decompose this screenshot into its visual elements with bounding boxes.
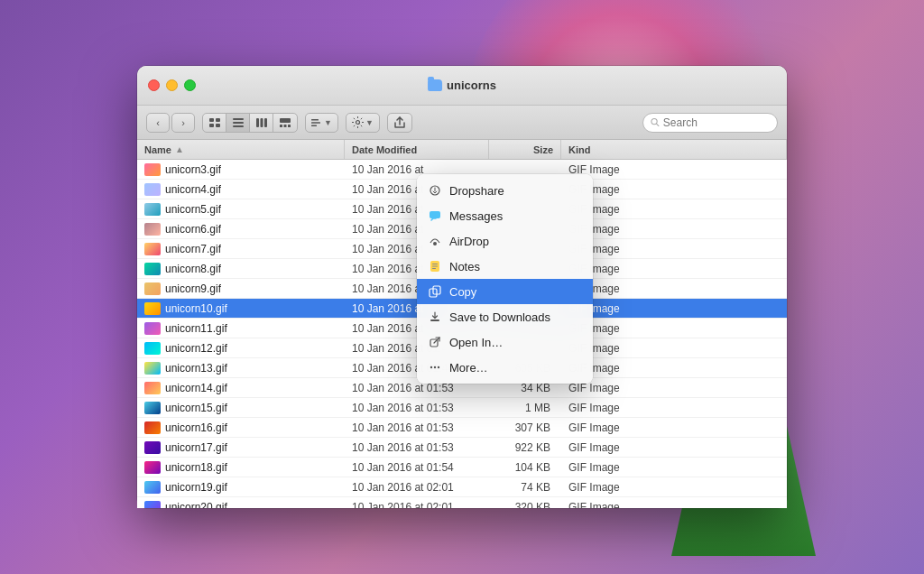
file-name: unicorn3.gif xyxy=(165,163,221,176)
table-row[interactable]: unicorn18.gif 10 Jan 2016 at 01:54 104 K… xyxy=(137,458,787,477)
window-title-text: unicorns xyxy=(447,79,496,92)
close-button[interactable] xyxy=(148,79,160,91)
file-name: unicorn6.gif xyxy=(165,223,221,236)
svg-rect-7 xyxy=(256,118,259,127)
size-column-header[interactable]: Size xyxy=(489,140,561,159)
file-thumbnail xyxy=(144,263,161,275)
copy-icon xyxy=(428,284,442,299)
file-kind: GIF Image xyxy=(561,362,787,375)
menu-item-label: AirDrop xyxy=(449,235,489,248)
messages-icon xyxy=(428,208,442,223)
file-size: 104 KB xyxy=(489,461,561,474)
menu-item-label: Notes xyxy=(449,260,480,273)
menu-item-label: Open In… xyxy=(449,336,503,349)
file-date: 10 Jan 2016 at 01:53 xyxy=(345,421,489,434)
menu-item-copy[interactable]: Copy xyxy=(417,279,593,304)
table-row[interactable]: unicorn19.gif 10 Jan 2016 at 02:01 74 KB… xyxy=(137,477,787,497)
file-name-cell: unicorn7.gif xyxy=(137,243,345,255)
file-thumbnail xyxy=(144,282,161,295)
svg-rect-4 xyxy=(233,118,244,120)
svg-rect-10 xyxy=(280,118,291,123)
file-thumbnail xyxy=(144,163,161,176)
column-view-button[interactable] xyxy=(250,113,273,133)
file-name-cell: unicorn9.gif xyxy=(137,282,345,295)
date-column-header[interactable]: Date Modified xyxy=(345,140,489,159)
openin-icon xyxy=(428,335,442,349)
file-kind: GIF Image xyxy=(561,183,787,196)
file-date: 10 Jan 2016 at 01:54 xyxy=(345,461,489,474)
file-size: 922 KB xyxy=(489,441,561,454)
menu-item-more[interactable]: More… xyxy=(417,355,593,380)
traffic-lights xyxy=(148,79,196,91)
cover-flow-button[interactable] xyxy=(273,113,297,133)
toolbar: ‹ › ▼ ▼ xyxy=(137,106,787,140)
table-row[interactable]: unicorn16.gif 10 Jan 2016 at 01:53 307 K… xyxy=(137,418,787,438)
menu-item-openin[interactable]: Open In… xyxy=(417,329,593,355)
svg-point-17 xyxy=(356,121,359,125)
menu-item-notes[interactable]: Notes xyxy=(417,254,593,279)
svg-point-30 xyxy=(430,366,432,368)
file-name-cell: unicorn17.gif xyxy=(137,441,345,454)
svg-rect-15 xyxy=(311,122,320,124)
file-kind: GIF Image xyxy=(561,342,787,355)
savedown-icon xyxy=(428,310,442,324)
file-name: unicorn10.gif xyxy=(165,302,227,315)
title-bar: unicorns xyxy=(137,66,787,106)
search-input[interactable] xyxy=(663,116,770,129)
forward-button[interactable]: › xyxy=(171,113,195,133)
notes-icon xyxy=(428,259,442,273)
file-size: 74 KB xyxy=(489,481,561,494)
svg-rect-0 xyxy=(209,118,214,122)
maximize-button[interactable] xyxy=(184,79,196,91)
back-button[interactable]: ‹ xyxy=(146,113,170,133)
minimize-button[interactable] xyxy=(166,79,178,91)
svg-rect-6 xyxy=(233,125,244,127)
table-row[interactable]: unicorn20.gif 10 Jan 2016 at 02:01 320 K… xyxy=(137,497,787,508)
file-name: unicorn4.gif xyxy=(165,183,221,196)
folder-icon xyxy=(428,79,442,91)
file-thumbnail xyxy=(144,501,161,509)
icon-view-button[interactable] xyxy=(203,113,226,133)
table-row[interactable]: unicorn15.gif 10 Jan 2016 at 01:53 1 MB … xyxy=(137,398,787,418)
file-thumbnail xyxy=(144,402,161,414)
table-row[interactable]: unicorn17.gif 10 Jan 2016 at 01:53 922 K… xyxy=(137,438,787,458)
file-name: unicorn8.gif xyxy=(165,263,221,275)
airdrop-icon xyxy=(428,234,442,248)
svg-point-18 xyxy=(651,118,657,124)
file-name-cell: unicorn19.gif xyxy=(137,481,345,494)
file-kind: GIF Image xyxy=(561,441,787,454)
kind-column-header[interactable]: Kind xyxy=(561,140,787,159)
file-size: 307 KB xyxy=(489,421,561,434)
share-button[interactable] xyxy=(387,113,412,133)
menu-item-airdrop[interactable]: AirDrop xyxy=(417,228,593,254)
svg-rect-16 xyxy=(311,125,317,126)
file-thumbnail xyxy=(144,421,161,434)
search-icon xyxy=(651,117,660,127)
name-column-header[interactable]: Name ▲ xyxy=(137,140,345,159)
file-date: 10 Jan 2016 at 02:01 xyxy=(345,481,489,494)
svg-rect-1 xyxy=(216,118,220,122)
file-thumbnail xyxy=(144,481,161,494)
file-thumbnail xyxy=(144,223,161,236)
file-name-cell: unicorn18.gif xyxy=(137,461,345,474)
svg-rect-25 xyxy=(432,268,436,269)
context-menu: Dropshare Messages AirDrop Notes Copy Sa… xyxy=(417,174,593,384)
file-name-cell: unicorn20.gif xyxy=(137,501,345,509)
arrange-button[interactable]: ▼ xyxy=(305,113,338,133)
file-date: 10 Jan 2016 at 02:01 xyxy=(345,501,489,509)
file-thumbnail xyxy=(144,183,161,196)
file-kind: GIF Image xyxy=(561,282,787,295)
file-name: unicorn12.gif xyxy=(165,342,227,355)
file-size: 1 MB xyxy=(489,402,561,414)
file-kind: GIF Image xyxy=(561,223,787,236)
file-kind: GIF Image xyxy=(561,481,787,494)
file-thumbnail xyxy=(144,322,161,335)
action-button[interactable]: ▼ xyxy=(346,113,380,133)
menu-item-dropshare[interactable]: Dropshare xyxy=(417,178,593,203)
menu-item-savedown[interactable]: Save to Downloads xyxy=(417,304,593,329)
dropshare-icon xyxy=(428,183,442,198)
menu-item-messages[interactable]: Messages xyxy=(417,203,593,228)
list-view-button[interactable] xyxy=(226,113,250,133)
file-kind: GIF Image xyxy=(561,243,787,255)
file-thumbnail xyxy=(144,461,161,474)
